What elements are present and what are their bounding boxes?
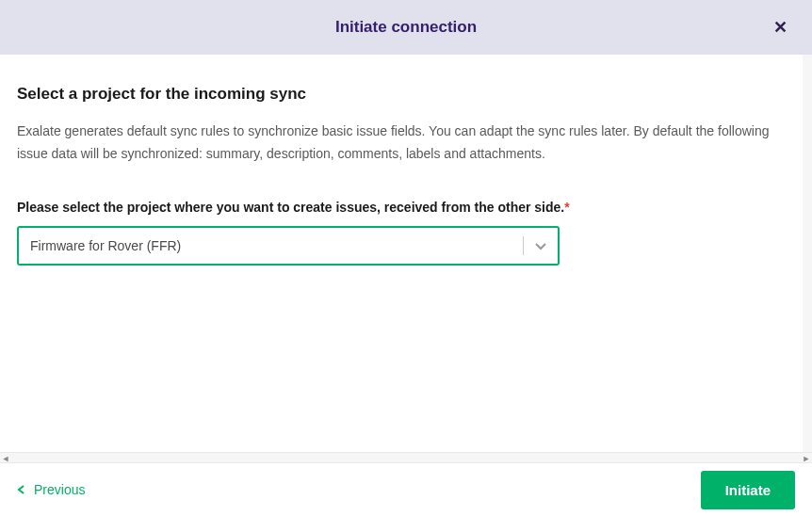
required-marker: * [564, 200, 569, 215]
dialog-footer: Previous Initiate [0, 463, 812, 516]
chevron-left-icon [17, 485, 26, 494]
close-button[interactable]: ✕ [770, 15, 791, 40]
project-select[interactable]: Firmware for Rover (FFR) [17, 226, 560, 266]
dialog-title: Initiate connection [335, 18, 477, 37]
horizontal-scrollbar-track[interactable]: ◄ ► [0, 452, 812, 463]
section-description: Exalate generates default sync rules to … [17, 121, 795, 166]
project-select-value: Firmware for Rover (FFR) [19, 238, 523, 253]
project-select-label: Please select the project where you want… [17, 200, 795, 215]
close-icon: ✕ [773, 18, 788, 37]
project-select-label-text: Please select the project where you want… [17, 200, 564, 215]
initiate-button[interactable]: Initiate [701, 471, 795, 509]
project-select-toggle[interactable] [524, 238, 558, 253]
dialog-content: Select a project for the incoming sync E… [0, 55, 812, 463]
section-title: Select a project for the incoming sync [17, 85, 795, 104]
dialog-header: Initiate connection ✕ [0, 0, 812, 55]
chevron-down-icon [533, 238, 548, 253]
previous-button[interactable]: Previous [17, 476, 85, 503]
vertical-scrollbar-track[interactable] [803, 55, 812, 463]
previous-button-label: Previous [34, 482, 85, 497]
